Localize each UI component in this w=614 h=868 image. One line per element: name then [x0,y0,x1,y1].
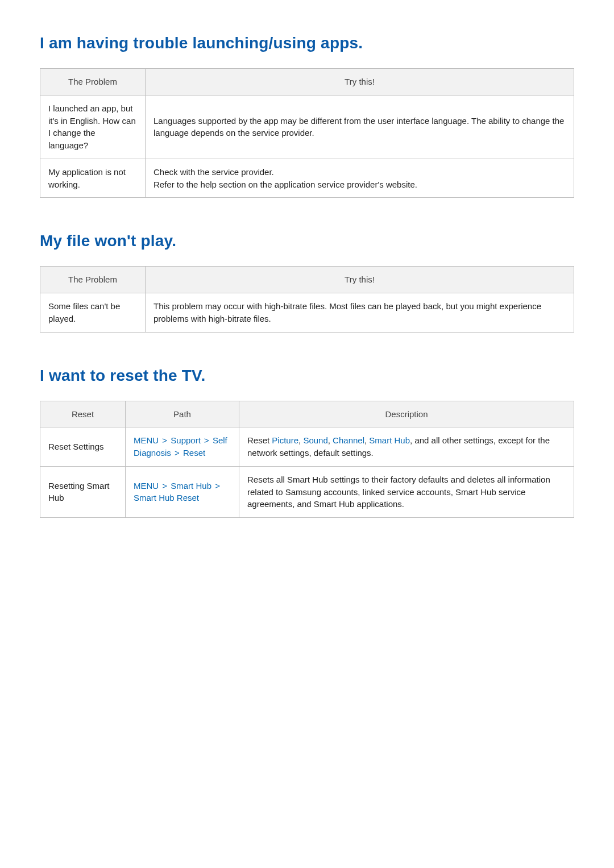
cell-answer: Languages supported by the app may be di… [146,95,574,159]
chevron-right-icon: > [201,435,213,445]
chevron-right-icon: > [211,481,221,491]
setting-link: Channel [333,435,364,445]
cell-reset: Reset Settings [40,427,126,467]
cell-path: MENU > Smart Hub > Smart Hub Reset [126,466,239,517]
table-row: Resetting Smart Hub MENU > Smart Hub > S… [40,466,574,517]
table-header-trythis: Try this! [146,267,574,293]
table-header-description: Description [239,401,574,427]
table-header-problem: The Problem [40,267,146,293]
section-heading: I am having trouble launching/using apps… [40,34,574,52]
menu-path-segment: MENU [134,435,159,445]
table-reset: Reset Path Description Reset Settings ME… [40,401,574,518]
cell-problem: My application is not working. [40,159,146,198]
setting-link: Smart Hub [369,435,410,445]
menu-path-segment: MENU [134,481,159,491]
table-file: The Problem Try this! Some files can't b… [40,266,574,332]
manual-page: I am having trouble launching/using apps… [0,0,614,586]
table-header-path: Path [126,401,239,427]
table-header-trythis: Try this! [146,69,574,95]
section-file: My file won't play. The Problem Try this… [40,232,574,332]
chevron-right-icon: > [159,435,171,445]
cell-answer: This problem may occur with high-bitrate… [146,293,574,333]
menu-path-segment: Smart Hub [171,481,211,491]
section-apps: I am having trouble launching/using apps… [40,34,574,198]
table-row: Some files can't be played. This problem… [40,293,574,333]
cell-problem: Some files can't be played. [40,293,146,333]
setting-link: Picture [272,435,298,445]
table-header-problem: The Problem [40,69,146,95]
section-heading: My file won't play. [40,232,574,250]
setting-link: Sound [303,435,327,445]
menu-path-segment: Smart Hub Reset [134,493,199,502]
cell-description: Reset Picture, Sound, Channel, Smart Hub… [239,427,574,467]
section-heading: I want to reset the TV. [40,367,574,385]
table-row: My application is not working. Check wit… [40,159,574,198]
table-row: Reset Settings MENU > Support > Self Dia… [40,427,574,467]
cell-reset: Resetting Smart Hub [40,466,126,517]
menu-path-segment: Support [171,435,201,445]
section-reset: I want to reset the TV. Reset Path Descr… [40,367,574,518]
chevron-right-icon: > [159,481,171,491]
cell-description: Resets all Smart Hub settings to their f… [239,466,574,517]
table-apps: The Problem Try this! I launched an app,… [40,68,574,198]
chevron-right-icon: > [171,448,183,458]
cell-problem: I launched an app, but it's in English. … [40,95,146,159]
cell-path: MENU > Support > Self Diagnosis > Reset [126,427,239,467]
table-header-reset: Reset [40,401,126,427]
menu-path-segment: Reset [183,448,205,458]
table-row: I launched an app, but it's in English. … [40,95,574,159]
cell-answer: Check with the service provider. Refer t… [146,159,574,198]
